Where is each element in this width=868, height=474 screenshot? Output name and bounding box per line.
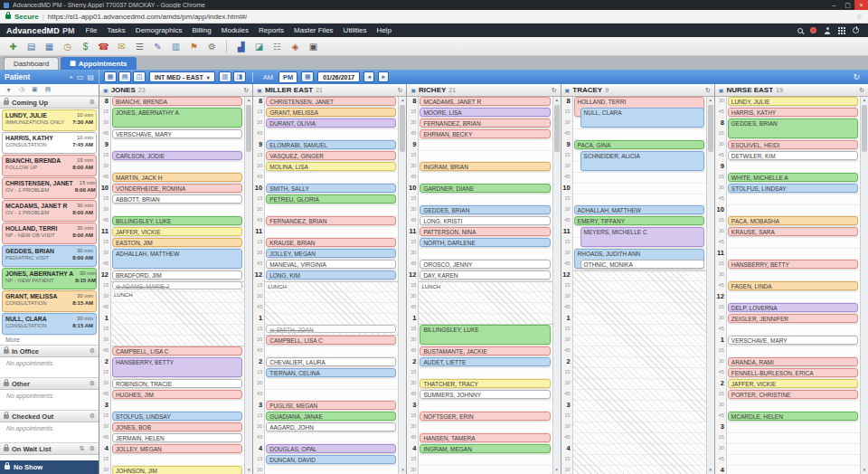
power-icon[interactable] [853,27,859,33]
section-header-on-wait-list[interactable]: On Wait List⇅⚙ [0,442,99,455]
column-header[interactable]: ▣NURSE EAST19↻ [715,84,868,97]
appointment[interactable]: LONG, KIM [266,270,396,280]
appointment[interactable]: HANSBERRY, BETTY [112,357,242,377]
menu-item-tasks[interactable]: Tasks [107,26,125,34]
appointment[interactable]: KRAUSE, SARA [728,227,858,236]
appointment[interactable]: DETWILER, KIM [728,151,858,160]
appointment[interactable]: PATTERSON, NINA [420,227,550,236]
appointment[interactable]: SUMMERS, JOHNNY [420,390,550,399]
appointment[interactable]: PETREU, GLORIA [266,194,396,204]
section-header-no-show[interactable]: No Show [0,460,99,474]
appointment[interactable]: CHRISTENSEN, JANET [266,97,396,106]
add-patient-icon[interactable]: ✚ [5,39,21,53]
appointment[interactable]: CARLSON, JODIE [112,151,242,160]
refresh-icon[interactable]: ↻ [853,72,863,81]
maximize-button[interactable]: ▢ [841,0,854,10]
scroll-up-icon[interactable]: ▲ [861,99,868,103]
appointment[interactable]: EHRMAN, BECKY [420,129,550,138]
column-scrollbar[interactable]: ▲▼ [552,97,561,474]
appointment[interactable]: JOLLEY, MEGAN [266,249,396,258]
card-icon[interactable]: ▭ [77,73,84,81]
appointment[interactable]: SCHNEIDER, ALICIA [580,151,704,171]
appointment[interactable]: OTHNIC, MONIKA [580,260,704,269]
appointment[interactable]: PACA, GINA [574,140,704,149]
worklist-icon[interactable]: ☰ [132,39,147,53]
appointment[interactable]: CAMPBELL, LISA C [112,346,242,356]
scroll-thumb[interactable] [708,105,713,152]
appointment[interactable]: AAGARD, JOHN [266,422,396,431]
week-view-button[interactable]: ▤ [118,71,131,82]
appointment[interactable]: GUADIANA, JANAE [266,412,396,421]
next-day-button[interactable]: ▸ [378,71,389,82]
appointment[interactable]: NOFTSGER, ERIN [420,412,550,421]
column-scrollbar[interactable]: ▲▼ [398,97,406,474]
patient-list-item[interactable]: LUNDY, JULIEIMMUNIZATIONS ONLY10 min7:30… [2,109,97,131]
workstation-icon[interactable]: ▣ [306,39,321,53]
menu-item-modules[interactable]: Modules [222,26,249,34]
menu-item-reports[interactable]: Reports [259,26,284,34]
scroll-thumb[interactable] [246,105,251,152]
appointment[interactable]: LUNDY, JULIE [728,97,858,106]
close-button[interactable]: × [854,0,868,10]
appointment[interactable]: PUGLISI, MEGAN [266,401,396,410]
appointment[interactable]: LONG, KRISTI [420,216,550,225]
appointment[interactable]: INGRAM, BRIAN [420,162,550,171]
column-view-button[interactable]: ▥ [219,71,231,82]
appointment[interactable]: NORTH, DARLENE [420,238,550,247]
gear-icon[interactable]: ⚙ [90,99,95,106]
gear-icon[interactable]: ⚙ [90,380,95,387]
appointment[interactable]: EASTON, JIM [112,238,242,247]
appointments-area[interactable]: LUNCHCHRISTENSEN, JANETGRANT, MELISSADUR… [265,97,398,474]
patient-list-item[interactable]: HARRIS, KATHYCONSULTATION10 min7:45 AM [2,132,97,154]
reports-icon[interactable]: ▟ [233,39,249,53]
scroll-up-icon[interactable]: ▲ [245,99,252,103]
scroll-up-icon[interactable]: ▲ [553,99,561,103]
time-clock-icon[interactable]: ◷ [60,39,75,53]
sort-icon[interactable]: ⇅ [80,445,85,452]
appointment[interactable]: BILLINGSLEY, LUKE [420,325,550,345]
patient-list-item[interactable]: BIANCHI, BRENDAFOLLOW UP15 min8:00 AM [2,155,97,176]
scroll-up-icon[interactable]: ▲ [399,99,406,103]
column-refresh-icon[interactable]: ↻ [243,87,249,94]
scroll-down-icon[interactable]: ▼ [399,469,406,473]
appointment[interactable]: VERSCHAVE, MARY [112,129,242,138]
appointment[interactable]: DOUGLAS, OPAL [266,444,396,453]
appointment[interactable]: BRADFORD, JIM [112,270,242,280]
menu-item-utilities[interactable]: Utilities [344,26,367,34]
split-view-button[interactable]: ◨ [233,71,246,82]
pm-toggle[interactable]: PM [278,71,297,83]
menu-item-billing[interactable]: Billing [192,26,211,34]
settings-icon[interactable]: ⚙ [204,39,220,53]
appointment[interactable]: HANSEN, TAMERA [420,433,550,442]
appointment[interactable]: MANEVAL, VIRGINIA [266,260,396,269]
appointment[interactable]: THATCHER, TRACY [420,379,550,388]
section-header-checked-out[interactable]: Checked Out⚙ [0,410,99,422]
scroll-up-icon[interactable]: ▲ [707,99,714,103]
column-refresh-icon[interactable]: ↻ [705,87,711,94]
appointments-area[interactable]: LUNCHMCADAMS, JANET RMOORE, LISAFERNANDE… [419,97,552,474]
section-header-other[interactable]: Other⚙ [0,377,99,390]
appointment[interactable]: PORTER, CHRISTINE [728,390,858,399]
tab-appointments[interactable]: ▦Appointments [61,57,136,70]
secure-messages-icon[interactable]: ✉ [114,39,129,53]
appointment[interactable]: JAFFER, VICKIE [728,379,858,388]
appointment[interactable]: MCADAMS, JANET R [420,97,550,106]
appointment[interactable]: GEDDES, BRIAN [420,205,550,214]
appointment[interactable]: MOLINA, LISA [266,162,396,171]
print-icon[interactable]: ▤ [87,73,94,81]
scroll-thumb[interactable] [862,105,867,152]
appointment[interactable]: GRANT, MELISSA [266,108,396,117]
appointment[interactable]: STOLFUS, LINDSAY [112,412,242,421]
appointment[interactable]: MCARDLE, HELEN [728,412,858,421]
section-header-coming-up[interactable]: Coming Up⚙ [0,96,99,109]
appointment[interactable]: ADHALLAH, MATTHEW [112,249,242,269]
clock-icon[interactable]: ◷ [19,86,24,93]
alerts-icon[interactable] [810,27,816,33]
patient-list-item[interactable]: NULL, CLARACONSULTATION30 min8:15 AM [2,313,97,335]
appointment[interactable]: FERNANDEZ, BRIAN [420,118,550,128]
column-scrollbar[interactable]: ▲▼ [244,97,252,474]
appointment[interactable]: ABBOTT, BRIAN [112,194,242,204]
patient-list-item[interactable]: GEDDES, BRIANPEDIATRIC VISIT30 min8:00 A… [2,245,97,267]
phone-messages-icon[interactable]: ☎ [96,39,111,53]
minimize-button[interactable]: – [827,0,841,10]
